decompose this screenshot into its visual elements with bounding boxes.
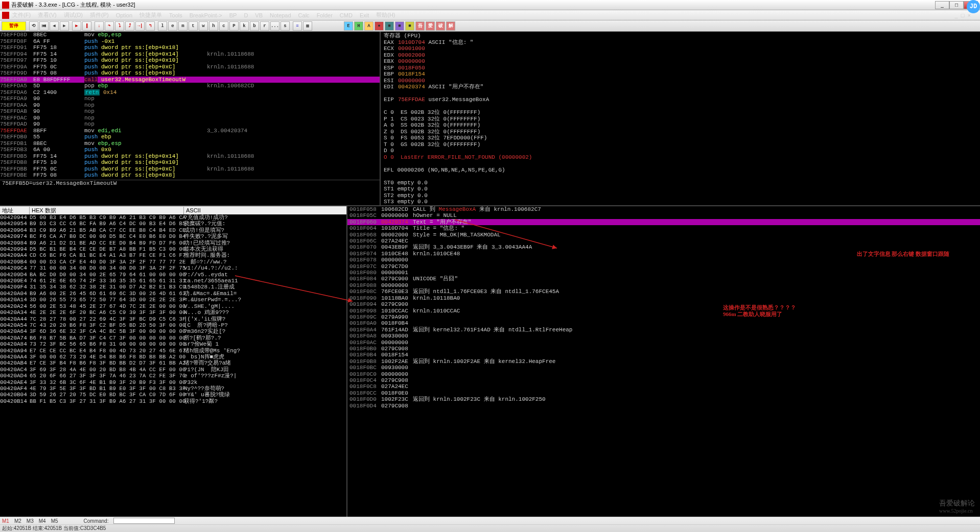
dump-row[interactable]: 00420AE43F 33 32 6B 3C 6F 4E B1 B9 3F 20…	[0, 379, 346, 385]
dump-row[interactable]: 00420A447C 28 27 78 00 27 22 69 4C 3F 3F…	[0, 316, 346, 322]
stack-row[interactable]: 0018F08800000000	[347, 282, 980, 288]
step-into-icon[interactable]: ↓	[95, 21, 104, 31]
disasm-row[interactable]: 75EFFDB5FF75 14push dword ptr ss:[ebp+0x…	[0, 153, 380, 160]
disasm-row[interactable]: 75EFFDA0E8 B8FDFFFFcall user32.MessageBo…	[0, 77, 380, 83]
disasm-row[interactable]: 75EFFDAB90nop	[0, 108, 380, 115]
col-6[interactable]: ■	[395, 21, 404, 31]
disasm-row[interactable]: 75EFFDA55Dpop ebpkrnln.100682CD	[0, 83, 380, 89]
dump-row[interactable]: 00420954B9 D3 C3 CC C6 BC FA B9 A6 C4 DC…	[0, 221, 346, 227]
dump-row[interactable]: 00420A8473 72 3F BC 56 65 B6 F8 31 00 00…	[0, 341, 346, 347]
stack-row[interactable]: 0018F08C76FCE0E3返回到 ntdll_1.76FCE0E3 来自 …	[347, 288, 980, 295]
stack-row[interactable]: 0018F0A800930000	[347, 333, 980, 339]
tb-w[interactable]: w	[199, 21, 208, 31]
disasm-row[interactable]: 75EFFDB8FF75 10push dword ptr ss:[ebp+0x…	[0, 159, 380, 166]
stack-row[interactable]: 0018F09010118BA0krnln.10118BA0	[347, 295, 980, 301]
disasm-row[interactable]: 75EFFDAC90nop	[0, 115, 380, 122]
stack-row[interactable]: 0018F07C0279C7D0	[347, 263, 980, 270]
dump-col-hex[interactable]: HEX 数据	[30, 207, 184, 214]
stack-row[interactable]: 0018F0C40279C908	[347, 377, 980, 383]
marker-m4[interactable]: M4	[39, 518, 46, 524]
stack-row[interactable]: 0018F0940279C900	[347, 301, 980, 307]
disasm-row[interactable]: 75EFFDB36A 00push 0x0	[0, 147, 380, 153]
disasm-row[interactable]: 75EFFD9AFF75 0Cpush dword ptr ss:[ebp+0x…	[0, 64, 380, 70]
stack-row[interactable]: 0018F06000420374Text = "用户不存在"	[347, 219, 980, 225]
fwd-icon[interactable]: ▶	[60, 21, 69, 31]
stack-row[interactable]: 0018F0D40279C908	[347, 403, 980, 409]
disasm-row[interactable]: 75EFFDBEFF75 08push dword ptr ss:[ebp+0x…	[0, 172, 380, 179]
tb-P[interactable]: P	[229, 21, 239, 31]
stack-row[interactable]: 0018F06C027A24EC	[347, 238, 980, 244]
dump-row[interactable]: 00420A94E7 CE CE CC BC E4 B4 F8 00 4D 73…	[0, 348, 346, 354]
step-over-icon[interactable]: ↷	[105, 21, 114, 31]
tb-l[interactable]: l	[158, 21, 167, 31]
disasm-row[interactable]: 75EFFDA990nop	[0, 95, 380, 102]
dump-row[interactable]: 00420A2456 00 2E 53 48 45 2E 27 67 4D 7C…	[0, 303, 346, 309]
dump-row[interactable]: 00420984B9 A6 21 D2 D1 BE AD CC EE D0 B4…	[0, 240, 346, 246]
menu-file[interactable]: 文件(F)	[12, 11, 31, 19]
dump-row[interactable]: 00420AF44E 79 3F 5E 3F 3F BD B1 B9 E0 3F…	[0, 385, 346, 392]
dump-row[interactable]: 00420A547C 43 20 20 B6 F8 3F C2 BF D5 BD…	[0, 322, 346, 328]
disasm-row[interactable]: 75EFFD94FF75 14push dword ptr ss:[ebp+0x…	[0, 51, 380, 58]
return-icon[interactable]: ↰	[146, 21, 155, 31]
dump-row[interactable]: 00420974BC F6 CA A7 B0 DC 00 00 D5 BC C4…	[0, 233, 346, 239]
col-1[interactable]: E	[344, 21, 353, 31]
stack-row[interactable]: 0018F0B81002F2AE返回到 krnln.1002F2AE 来自 ke…	[347, 358, 980, 365]
dump-col-addr[interactable]: 地址	[0, 207, 30, 214]
dump-row[interactable]: 00420AB4E7 CE 3F B4 F8 B6 F8 3F BD BB D2…	[0, 360, 346, 366]
disasm-row[interactable]: 75EFFD9DFF75 08push dword ptr ss:[ebp+0x…	[0, 70, 380, 77]
tb-more[interactable]: ...	[270, 21, 279, 31]
cn-4[interactable]: 解	[446, 21, 455, 31]
cn-1[interactable]: 吾	[415, 21, 425, 31]
dump-row[interactable]: 004209A4CD C6 BC F6 CA B1 BC E4 A1 A3 B7…	[0, 252, 346, 258]
menu-bp[interactable]: BP	[229, 12, 237, 18]
disasm-row[interactable]: 75EFFD91FF75 18push dword ptr ss:[ebp+0x…	[0, 44, 380, 51]
menu-quick[interactable]: 快捷菜单	[139, 11, 162, 19]
tb-r[interactable]: r	[260, 21, 269, 31]
dump-row[interactable]: 00420AA43F 00 00 62 73 29 4E D4 B8 B6 F8…	[0, 354, 346, 360]
menu-breakpoint[interactable]: BreakPoint->	[190, 12, 222, 18]
col-4[interactable]: ●	[375, 21, 384, 31]
dump-row[interactable]: 00420AD465 20 6F 66 27 3F 3F 3F 7A 46 23…	[0, 373, 346, 379]
cn-3[interactable]: 破	[436, 21, 445, 31]
marker-m5[interactable]: M5	[51, 518, 58, 524]
disasm-row[interactable]: 75EFFDAA90nop	[0, 102, 380, 109]
min-button[interactable]: _	[935, 1, 949, 9]
dump-pane[interactable]: 地址 HEX 数据 ASCII 00420944D5 00 B3 E4 D6 B…	[0, 206, 347, 517]
menu-notepad[interactable]: Notepad	[270, 12, 291, 18]
dump-row[interactable]: 00420A74B6 F8 B7 5B BA D7 3F C4 C7 3F 00…	[0, 335, 346, 341]
cn-2[interactable]: 爱	[426, 21, 435, 31]
menu-folder[interactable]: Folder	[317, 12, 333, 18]
stack-row[interactable]: 0018F0A00018F0B4	[347, 320, 980, 326]
stack-row[interactable]: 0018F0BC00930000	[347, 365, 980, 371]
stack-row[interactable]: 0018F0641010D704Title = "信息: "	[347, 225, 980, 231]
dump-row[interactable]: 00420A643F 6D 36 6E 32 3F CA 4C BC 5B 3F…	[0, 328, 346, 334]
menu-help[interactable]: 帮助(H)	[376, 11, 395, 19]
stack-row[interactable]: 0018F0981010CCACkrnln.1010CCAC	[347, 308, 980, 314]
stack-row[interactable]: 0018F0840279C900UNICODE "吕囧"	[347, 276, 980, 282]
back-icon[interactable]: ◀	[50, 21, 59, 31]
tb-t[interactable]: t	[189, 21, 198, 31]
stack-row[interactable]: 0018F0CC0018F0E0	[347, 390, 980, 396]
stack-row[interactable]: 0018F05C00000000hOwner = NULL	[347, 212, 980, 219]
disasm-row[interactable]: 75EFFD8D8BECmov ebp,esp	[0, 32, 380, 38]
menu-plugin[interactable]: 插件(P)	[90, 11, 109, 19]
stack-row[interactable]: 0018F09C0279A990	[347, 314, 980, 320]
tb-e[interactable]: e	[168, 21, 177, 31]
tb-b[interactable]: b	[250, 21, 259, 31]
pause-button[interactable]: 暂停	[2, 21, 26, 31]
run-icon[interactable]: ▶	[72, 21, 81, 31]
col-2[interactable]: H	[354, 21, 363, 31]
menu-option[interactable]: Option	[116, 12, 132, 18]
command-input[interactable]	[113, 518, 175, 524]
marker-m2[interactable]: M2	[14, 518, 21, 524]
menu-debug[interactable]: 调试(D)	[64, 11, 83, 19]
dump-row[interactable]: 00420994D5 BC B1 BE B4 CE CE DE B7 A8 BB…	[0, 246, 346, 252]
restart-icon[interactable]: ⟲	[29, 21, 38, 31]
disasm-row[interactable]: 75EFFD97FF75 10push dword ptr ss:[ebp+0x…	[0, 57, 380, 64]
dump-row[interactable]: 004209F431 35 34 38 62 32 38 2E 31 00 D7…	[0, 284, 346, 290]
pause-icon[interactable]: ∥	[82, 21, 91, 31]
tb-m[interactable]: m	[178, 21, 188, 31]
stack-row[interactable]: 0018F058100682CDCALL 到 MessageBoxA 来自 kr…	[347, 206, 980, 212]
dump-row[interactable]: 004209C477 31 00 00 34 00 D0 00 34 00 D0…	[0, 265, 346, 271]
stack-row[interactable]: 0018F0D01002F23C返回到 krnln.1002F23C 来自 kr…	[347, 396, 980, 402]
